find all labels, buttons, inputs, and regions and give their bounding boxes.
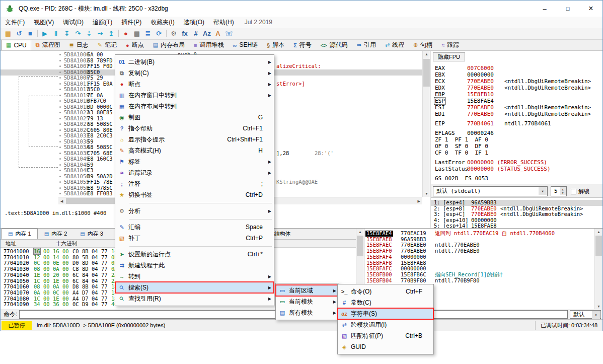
- scroll-down-icon[interactable]: ▼: [597, 305, 600, 308]
- menubar-item[interactable]: 插件(P): [117, 17, 146, 28]
- intermodular-calls-menu-item[interactable]: ⇄跨模块调用(I): [338, 319, 433, 330]
- register-row[interactable]: EDI770EABE0<ntdll.DbgUiRemoteBreakin>: [431, 111, 602, 117]
- menubar-item[interactable]: 收藏夹(I): [146, 17, 179, 28]
- register-row[interactable]: LastError00000000 (ERROR_SUCCESS): [431, 159, 602, 166]
- scroll-left-icon[interactable]: ◀: [60, 199, 63, 203]
- menubar-item[interactable]: 文件(F): [1, 17, 29, 28]
- pause-icon[interactable]: ‖: [50, 29, 61, 39]
- scroll-up-icon[interactable]: ▲: [425, 52, 428, 56]
- disasm-vertical-scrollbar[interactable]: ▲ ▼: [422, 51, 430, 197]
- breakpoint-icon[interactable]: ●: [120, 29, 131, 39]
- scroll-up-icon[interactable]: ▲: [358, 230, 362, 234]
- tab-handles[interactable]: ⊕句柄: [409, 40, 437, 50]
- step-into-icon[interactable]: ↧: [61, 29, 72, 39]
- tab-graph[interactable]: ⧉流程图: [31, 40, 65, 50]
- menubar-item[interactable]: 追踪(T): [88, 17, 117, 28]
- pattern-menu-item[interactable]: ▧匹配特征(P)Ctrl+B: [338, 330, 433, 341]
- search-menu-item[interactable]: ⚲搜索(S)▶: [115, 282, 274, 293]
- follow-in-dump-menu-item[interactable]: ▥在内存窗口中转到▶: [115, 90, 274, 101]
- maximize-button[interactable]: □: [556, 1, 579, 17]
- constant-menu-item[interactable]: #常数(C): [338, 297, 433, 308]
- register-row[interactable]: EIP770B4061ntdll.770B4061: [431, 120, 602, 127]
- register-row[interactable]: EBP15E8FB10: [431, 91, 602, 98]
- hash-icon[interactable]: #: [190, 29, 201, 39]
- log-icon[interactable]: ▤: [131, 29, 142, 39]
- current-region-menu-item[interactable]: ▭当前区域▶: [276, 285, 339, 296]
- scrollbar-thumb[interactable]: [66, 198, 121, 204]
- step-over-icon[interactable]: ↷: [72, 29, 84, 39]
- register-row[interactable]: ECX770EABE0<ntdll.DbgUiRemoteBreakin>: [431, 78, 602, 85]
- stop-icon[interactable]: ■: [25, 29, 36, 39]
- update-icon[interactable]: ⟳: [154, 29, 165, 39]
- register-row[interactable]: EAX007C6000: [431, 65, 602, 71]
- minimize-button[interactable]: –: [533, 1, 556, 17]
- menubar-item[interactable]: 调试(D): [58, 17, 88, 28]
- string-menu-item[interactable]: az字符串(S): [338, 308, 433, 319]
- register-row[interactable]: LastStatus00000000 (STATUS_SUCCESS): [431, 166, 602, 172]
- font-icon[interactable]: A: [212, 29, 223, 39]
- calling-convention-dropdown[interactable]: 默认 (stdcall) ▼: [433, 186, 548, 196]
- register-row[interactable]: OF 0 SF 0 DF 0: [431, 143, 602, 150]
- copy-menu-item[interactable]: ⧉复制(C)▶: [115, 67, 274, 79]
- restart-icon[interactable]: ↺: [14, 29, 25, 39]
- graph-menu-item[interactable]: ◉制图G: [115, 112, 274, 123]
- registers-pane[interactable]: 隐藏FPU EAX007C6000EBX00000000ECX770EABE0<…: [431, 51, 602, 228]
- scroll-right-icon[interactable]: ▶: [418, 199, 420, 203]
- run-to-return-icon[interactable]: ↥: [106, 29, 117, 39]
- scrollbar-thumb[interactable]: [595, 236, 602, 256]
- tab-source[interactable]: <>源代码: [316, 40, 352, 50]
- tab-seh-chain[interactable]: ∞SEH链: [229, 40, 263, 50]
- breakpoint-menu-item[interactable]: ●断点▶: [115, 79, 274, 90]
- script-icon[interactable]: ≣: [142, 29, 154, 39]
- bottom-tab[interactable]: ▤内存 1: [2, 229, 38, 239]
- current-module-menu-item[interactable]: ▭当前模块▶: [276, 296, 339, 307]
- tab-cpu[interactable]: ▦CPU: [2, 40, 31, 50]
- tab-notes[interactable]: ✎笔记: [93, 40, 121, 50]
- highlight-menu-item[interactable]: ✎高亮模式(H)H: [115, 145, 274, 156]
- tab-call-stack[interactable]: ≡调用堆栈: [189, 40, 228, 50]
- stack-row[interactable]: 15E8FAF0770EABE0ntdll.770EABE0: [364, 248, 602, 254]
- stack-vertical-scrollbar[interactable]: ▲ ▼: [594, 229, 602, 310]
- register-row[interactable]: ZF 1 PF 1 AF 0: [431, 136, 602, 143]
- command-script-dropdown[interactable]: 默认 ▼: [570, 310, 601, 319]
- scroll-up-icon[interactable]: ▲: [597, 230, 600, 234]
- scrollbar-thumb[interactable]: [357, 236, 363, 256]
- guid-menu-item[interactable]: ◈GUID: [338, 341, 433, 352]
- unlock-checkbox[interactable]: 解锁: [571, 188, 589, 195]
- tip-menu-item[interactable]: ☼显示指令提示Ctrl+Shift+F1: [115, 134, 274, 145]
- stack-row[interactable]: 15E8FAE896A59BB3: [364, 237, 602, 243]
- new-thread-menu-item[interactable]: ⇉新建线程于此: [115, 260, 274, 271]
- stack-row[interactable]: 15E8FAF815E8FAE8: [364, 260, 602, 266]
- stack-row[interactable]: 15E8FAF400000000: [364, 254, 602, 260]
- spinner-arrows-icon[interactable]: ▲▼: [560, 187, 566, 195]
- assemble-menu-item[interactable]: ✎汇编Space: [115, 222, 274, 233]
- register-row[interactable]: EFLAGS00000246: [431, 130, 602, 136]
- scroll-down-icon[interactable]: ▼: [425, 192, 428, 195]
- stack-row[interactable]: 15E8FB04770B9F80ntdll.770B9F80: [364, 278, 602, 284]
- register-row[interactable]: ESI770EABE0<ntdll.DbgUiRemoteBreakin>: [431, 104, 602, 111]
- command-menu-item[interactable]: >_命令(O)Ctrl+F: [338, 286, 433, 297]
- argument-count-spinner[interactable]: 5 ▲▼: [551, 186, 567, 196]
- tab-references[interactable]: ⇒引用: [352, 40, 381, 50]
- menubar-item[interactable]: 帮助(H): [209, 17, 239, 28]
- patch-menu-item[interactable]: ▧补丁Ctrl+P: [115, 233, 274, 244]
- help-menu-item[interactable]: ?指令帮助Ctrl+F1: [115, 123, 274, 134]
- close-button[interactable]: ×: [579, 1, 602, 17]
- phone-icon[interactable]: ☏: [223, 29, 235, 39]
- label-menu-item[interactable]: ⚑标签▶: [115, 156, 274, 167]
- comment-menu-item[interactable]: ;注释;: [115, 178, 274, 189]
- run-icon[interactable]: ▶: [39, 29, 50, 39]
- trace-record-menu-item[interactable]: ≈追踪记录▶: [115, 167, 274, 178]
- new-origin-menu-item[interactable]: ➤设置新的运行点Ctrl+*: [115, 249, 274, 260]
- bookmark-menu-item[interactable]: ★切换书签Ctrl+D: [115, 189, 274, 200]
- fx-icon[interactable]: fx: [179, 29, 190, 39]
- register-row[interactable]: EBX00000000: [431, 71, 602, 78]
- checkbox-icon[interactable]: [571, 189, 576, 194]
- scrollbar-thumb[interactable]: [423, 59, 430, 87]
- tab-script[interactable]: §脚本: [262, 40, 289, 50]
- find-references-menu-item[interactable]: ⚲查找引用(R)▶: [115, 293, 274, 304]
- all-modules-menu-item[interactable]: ▤所有模块▶: [276, 307, 339, 318]
- tab-threads[interactable]: ⇄线程: [381, 40, 409, 50]
- tab-trace[interactable]: ≈跟踪: [437, 40, 464, 50]
- open-file-icon[interactable]: ▤: [3, 29, 14, 39]
